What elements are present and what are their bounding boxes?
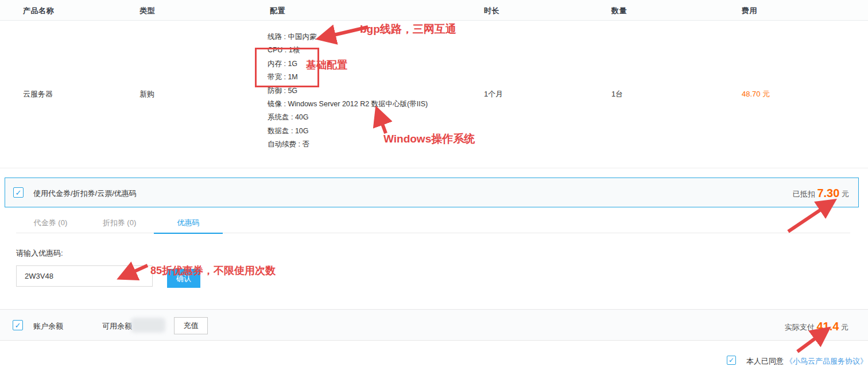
annotation-base-config: 基础配置 (306, 58, 347, 72)
fee-cell: 48.70 元 (742, 89, 770, 99)
quantity-cell: 1台 (611, 89, 623, 99)
config-line-sysdisk: 系统盘 : 40G (268, 111, 428, 124)
column-header-type: 类型 (140, 6, 155, 16)
deducted-amount: 已抵扣 7.30 元 (793, 186, 849, 199)
order-type-cell: 新购 (140, 89, 154, 99)
column-header-fee: 费用 (742, 6, 757, 16)
column-header-duration: 时长 (484, 6, 499, 16)
check-icon: ✓ (728, 357, 734, 364)
product-name-cell: 云服务器 (23, 89, 53, 99)
agreement-checkbox[interactable]: ✓ (727, 356, 736, 365)
redacted-balance-value (131, 318, 165, 333)
balance-label: 账户余额 (33, 321, 63, 331)
table-bottom-divider (0, 168, 868, 168)
deducted-unit: 元 (842, 190, 849, 198)
coupon-bar-label: 使用代金券/折扣券/云票/优惠码 (33, 188, 137, 199)
column-header-config: 配置 (270, 6, 285, 16)
config-line-image: 镜像 : Windows Server 2012 R2 数据中心版(带IIS) (268, 98, 428, 111)
use-coupon-checkbox[interactable]: ✓ (13, 187, 24, 198)
paid-value: 41.4 (816, 320, 839, 333)
tab-voucher[interactable]: 代金券 (0) (16, 218, 85, 233)
agreement-link[interactable]: 《小鸟云产品服务协议》 (785, 356, 867, 367)
annotation-bgp-line: bgp线路，三网互通 (360, 22, 456, 37)
fee-unit: 元 (762, 90, 770, 98)
check-icon: ✓ (16, 189, 22, 196)
tab-promo-code[interactable]: 优惠码 (154, 218, 223, 234)
use-balance-checkbox[interactable]: ✓ (13, 320, 23, 330)
available-balance-label: 可用余额 (102, 321, 132, 331)
paid-unit: 元 (841, 323, 848, 331)
column-header-quantity: 数量 (611, 6, 627, 16)
coupon-bar: ✓ 使用代金券/折扣券/云票/优惠码 已抵扣 7.30 元 (5, 178, 859, 207)
deducted-label: 已抵扣 (793, 190, 815, 198)
promo-code-input[interactable] (16, 265, 153, 287)
recharge-button[interactable]: 充值 (174, 317, 208, 334)
actual-payment: 实际支付 41.4 元 (785, 319, 848, 333)
order-table-header: 产品名称 类型 配置 时长 数量 费用 (0, 0, 868, 21)
balance-bar: ✓ 账户余额 可用余额 充值 实际支付 41.4 元 (0, 309, 868, 341)
check-icon: ✓ (15, 322, 21, 329)
promo-code-input-label: 请输入优惠码: (16, 248, 63, 259)
paid-label: 实际支付 (785, 323, 815, 331)
deducted-value: 7.30 (817, 187, 839, 199)
duration-cell: 1个月 (484, 89, 503, 99)
column-header-product-name: 产品名称 (23, 6, 54, 16)
tab-discount[interactable]: 折扣券 (0) (85, 218, 154, 233)
agreement-text: 本人已同意 (746, 356, 784, 367)
annotation-windows-os: Windows操作系统 (383, 132, 475, 146)
fee-value: 48.70 (742, 90, 761, 98)
coupon-tabs: 代金券 (0) 折扣券 (0) 优惠码 (16, 218, 850, 233)
annotation-coupon-tip: 85折优惠券，不限使用次数 (150, 264, 276, 277)
